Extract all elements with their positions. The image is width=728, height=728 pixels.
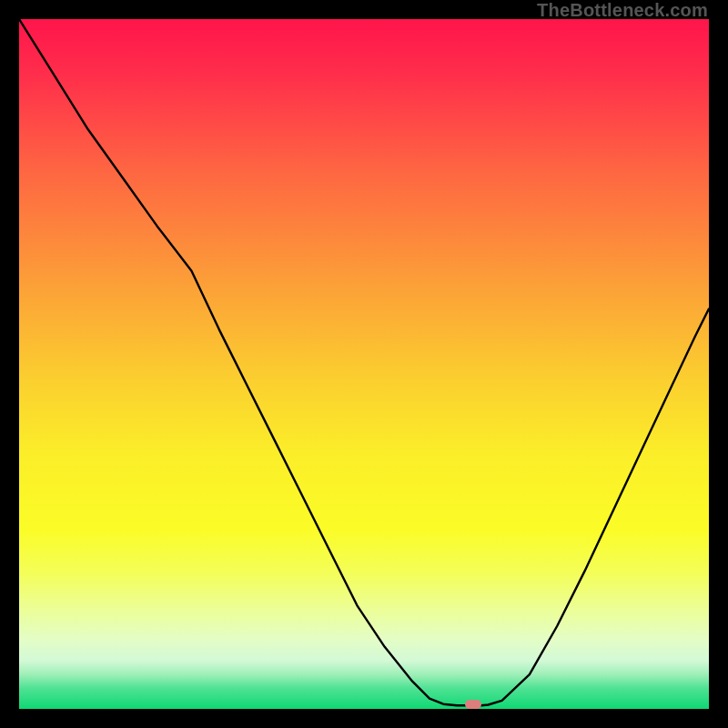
chart-frame: TheBottleneck.com: [0, 0, 728, 728]
watermark-text: TheBottleneck.com: [537, 0, 708, 21]
curve-svg: [19, 19, 709, 709]
bottleneck-curve: [19, 19, 709, 705]
plot-area: [19, 19, 709, 709]
optimal-marker: [465, 700, 481, 709]
